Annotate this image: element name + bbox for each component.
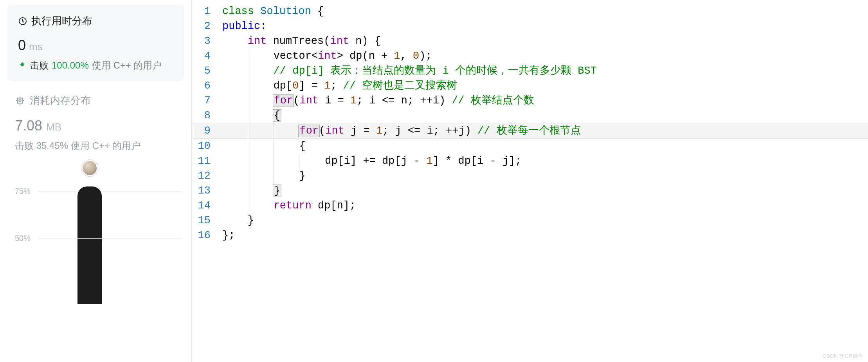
- runtime-header: 执行用时分布: [18, 14, 173, 28]
- clap-icon: [18, 61, 27, 70]
- line-number: 6: [192, 78, 222, 93]
- line-number: 12: [192, 168, 222, 183]
- code-text: // dp[i] 表示：当结点的数量为 i 个的时候，一共有多少颗 BST: [222, 63, 868, 78]
- code-line[interactable]: 2public:: [192, 19, 868, 34]
- line-number: 13: [192, 183, 222, 198]
- watermark: CSDN @GR鲸鱼: [823, 353, 863, 360]
- line-number: 11: [192, 154, 222, 168]
- gridline: [38, 191, 182, 192]
- code-line[interactable]: 13 }: [192, 183, 868, 198]
- runtime-value: 0: [18, 37, 26, 54]
- code-line[interactable]: 14 return dp[n];: [192, 198, 868, 213]
- code-text: for(int j = 1; j <= i; ++j) // 枚举每一个根节点: [222, 123, 868, 138]
- code-text: for(int i = 1; i <= n; ++i) // 枚举结点个数: [222, 93, 868, 108]
- code-text: vector<int> dp(n + 1, 0);: [222, 49, 868, 63]
- memory-value-row: 7.08 MB: [15, 118, 180, 134]
- runtime-beat-row: 击败 100.00% 使用 C++ 的用户: [18, 59, 173, 72]
- line-number: 10: [192, 139, 222, 154]
- memory-unit: MB: [46, 121, 61, 133]
- memory-beat-text: 击败 35.45% 使用 C++ 的用户: [15, 139, 180, 152]
- code-text: {: [222, 108, 868, 123]
- tick-50: 50%: [15, 215, 182, 262]
- code-text: public:: [222, 19, 868, 34]
- chip-icon: [15, 96, 25, 106]
- code-line[interactable]: 10 {: [192, 139, 868, 154]
- line-number: 9: [192, 123, 222, 138]
- code-line[interactable]: 12 }: [192, 168, 868, 183]
- clock-icon: [18, 16, 27, 26]
- code-line[interactable]: 9 for(int j = 1; j <= i; ++j) // 枚举每一个根节…: [192, 123, 868, 139]
- line-number: 16: [192, 228, 222, 243]
- code-text: dp[i] += dp[j - 1] * dp[i - j];: [222, 154, 868, 168]
- memory-value: 7.08: [15, 118, 42, 134]
- distribution-chart[interactable]: 75% 50%: [0, 168, 191, 262]
- runtime-value-row: 0 ms: [18, 37, 173, 54]
- line-number: 7: [192, 93, 222, 108]
- code-text: }: [222, 183, 868, 198]
- line-number: 5: [192, 63, 222, 78]
- code-line[interactable]: 16};: [192, 228, 868, 243]
- tick-label-75: 75%: [15, 187, 38, 196]
- line-number: 4: [192, 49, 222, 63]
- avatar[interactable]: [81, 160, 98, 176]
- code-text: return dp[n];: [222, 198, 868, 213]
- memory-section: 消耗内存分布 7.08 MB 击败 35.45% 使用 C++ 的用户: [0, 92, 191, 152]
- runtime-title: 执行用时分布: [31, 14, 92, 28]
- line-number: 14: [192, 198, 222, 213]
- line-number: 3: [192, 34, 222, 49]
- code-line[interactable]: 4 vector<int> dp(n + 1, 0);: [192, 49, 868, 63]
- beat-label: 击败: [30, 59, 49, 72]
- code-line[interactable]: 5 // dp[i] 表示：当结点的数量为 i 个的时候，一共有多少颗 BST: [192, 63, 868, 78]
- line-number: 15: [192, 213, 222, 228]
- line-number: 2: [192, 19, 222, 34]
- line-number: 8: [192, 108, 222, 123]
- gridline: [38, 238, 182, 239]
- code-text: int numTrees(int n) {: [222, 34, 868, 49]
- code-line[interactable]: 1class Solution {: [192, 4, 868, 19]
- svg-rect-1: [18, 98, 23, 103]
- stats-panel: 执行用时分布 0 ms 击败 100.00% 使用 C++ 的用户 消耗内存分布…: [0, 0, 192, 362]
- code-line[interactable]: 15 }: [192, 213, 868, 228]
- code-editor[interactable]: 1class Solution {2public:3 int numTrees(…: [192, 0, 868, 362]
- code-line[interactable]: 11 dp[i] += dp[j - 1] * dp[i - j];: [192, 154, 868, 168]
- code-text: class Solution {: [222, 4, 868, 19]
- code-line[interactable]: 3 int numTrees(int n) {: [192, 34, 868, 49]
- code-text: }: [222, 213, 868, 228]
- code-line[interactable]: 6 dp[0] = 1; // 空树也是二叉搜索树: [192, 78, 868, 93]
- line-number: 1: [192, 4, 222, 19]
- code-text: };: [222, 228, 868, 243]
- memory-title: 消耗内存分布: [30, 94, 91, 107]
- tick-label-50: 50%: [15, 234, 38, 243]
- code-text: }: [222, 168, 868, 183]
- runtime-card[interactable]: 执行用时分布 0 ms 击败 100.00% 使用 C++ 的用户: [7, 5, 184, 81]
- code-line[interactable]: 8 {: [192, 108, 868, 123]
- svg-point-2: [19, 100, 21, 101]
- code-line[interactable]: 7 for(int i = 1; i <= n; ++i) // 枚举结点个数: [192, 93, 868, 108]
- runtime-unit: ms: [29, 41, 43, 53]
- memory-header: 消耗内存分布: [15, 94, 180, 107]
- code-text: {: [222, 139, 868, 154]
- code-text: dp[0] = 1; // 空树也是二叉搜索树: [222, 78, 868, 93]
- beat-suffix: 使用 C++ 的用户: [92, 59, 162, 72]
- tick-75: 75%: [15, 168, 182, 215]
- beat-percent: 100.00%: [52, 60, 89, 71]
